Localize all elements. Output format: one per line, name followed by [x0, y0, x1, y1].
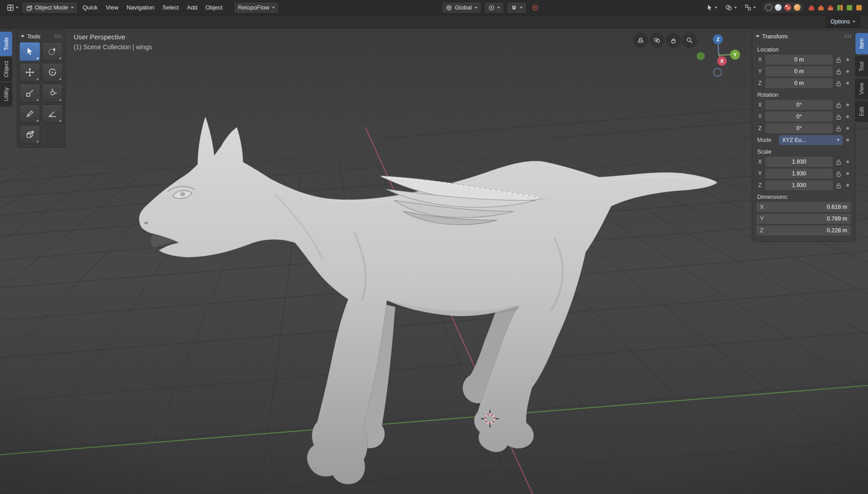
menu-navigation[interactable]: Navigation — [123, 0, 158, 15]
lock-icon[interactable] — [835, 171, 843, 177]
mode-dropdown[interactable]: Object Mode — [22, 2, 78, 14]
shading-material-icon[interactable] — [784, 4, 791, 11]
tab-edit[interactable]: Edit — [855, 101, 868, 122]
retopoflow-dropdown[interactable]: RetopoFlow — [234, 2, 278, 14]
blender-window: Object Mode Quick View Navigation Select… — [0, 0, 868, 494]
rotation-mode-dropdown[interactable]: XYZ Eu... — [779, 135, 843, 145]
tweak-select-icon — [25, 47, 35, 56]
lock-icon[interactable] — [835, 102, 843, 108]
scale-z-field[interactable]: 1.930 — [765, 180, 833, 190]
proportional-editing-button[interactable] — [529, 2, 541, 13]
dimensions-y-field[interactable]: Y 0.789 m — [756, 214, 851, 224]
decorator-dot[interactable] — [844, 184, 851, 187]
addon-icon-1[interactable] — [808, 4, 815, 11]
menu-select[interactable]: Select — [158, 0, 183, 15]
drag-grip-icon[interactable] — [54, 34, 61, 38]
decorator-dot[interactable] — [844, 82, 851, 85]
tab-object[interactable]: Object — [0, 57, 12, 81]
decorator-dot[interactable] — [844, 115, 851, 118]
ortho-toggle-button[interactable] — [633, 33, 648, 48]
tab-tools[interactable]: Tools — [0, 32, 12, 56]
transform-panel-title: Transform — [762, 33, 788, 40]
tool-select-circle-button[interactable] — [42, 42, 63, 61]
editor-type-button[interactable] — [5, 2, 21, 13]
pivot-dropdown[interactable] — [484, 2, 504, 14]
pan-view-button[interactable] — [665, 33, 681, 48]
camera-view-button[interactable] — [649, 33, 665, 48]
tab-item[interactable]: Item — [855, 33, 868, 54]
addon-icon-5[interactable] — [846, 4, 853, 11]
rotation-x-field[interactable]: 0° — [765, 100, 833, 110]
tools-panel-header[interactable]: Tools — [17, 31, 65, 42]
select-visibility-dropdown[interactable] — [704, 2, 720, 13]
camera-icon — [653, 36, 661, 44]
drag-grip-icon[interactable] — [844, 34, 851, 38]
axis-label: X — [756, 56, 764, 63]
dimensions-z-field[interactable]: Z 0.228 m — [756, 226, 851, 235]
options-dropdown[interactable]: Options — [826, 16, 860, 27]
dimensions-x-field[interactable]: X 0.618 m — [756, 202, 851, 212]
tool-rotate-button[interactable] — [42, 63, 63, 82]
decorator-dot[interactable] — [844, 104, 851, 106]
tab-utility[interactable]: Utility — [0, 82, 12, 107]
menu-quick[interactable]: Quick — [79, 0, 102, 15]
tool-annotate-button[interactable] — [19, 104, 40, 123]
decorator-dot[interactable] — [844, 160, 851, 163]
transform-panel-header[interactable]: Transform — [752, 31, 855, 42]
tool-move-button[interactable] — [19, 63, 40, 82]
decorator-dot[interactable] — [844, 139, 851, 141]
tab-tool[interactable]: Tool — [855, 56, 868, 77]
location-x-field[interactable]: 0 m — [765, 55, 833, 65]
addon-icon-6[interactable] — [855, 4, 863, 11]
menu-view[interactable]: View — [102, 0, 123, 15]
gizmos-dropdown[interactable] — [742, 2, 758, 13]
rotation-y-field[interactable]: 0° — [765, 112, 833, 122]
lock-icon[interactable] — [835, 183, 843, 188]
addon-icon-4[interactable] — [836, 4, 844, 11]
menu-object[interactable]: Object — [202, 0, 227, 15]
orientation-globe-icon — [446, 5, 452, 11]
tool-transform-button[interactable] — [42, 84, 63, 103]
scale-x-field[interactable]: 1.930 — [765, 157, 833, 167]
scale-y-field[interactable]: 1.930 — [765, 169, 833, 179]
menu-add[interactable]: Add — [183, 0, 201, 15]
lock-icon[interactable] — [835, 57, 843, 63]
tab-view[interactable]: View — [855, 78, 868, 99]
show-overlays-dropdown[interactable] — [723, 2, 739, 13]
lock-icon[interactable] — [835, 126, 843, 132]
decorator-dot[interactable] — [844, 172, 851, 175]
location-z-field[interactable]: 0 m — [765, 78, 833, 88]
chevron-down-icon — [71, 7, 74, 9]
lock-icon[interactable] — [835, 114, 843, 120]
snap-dropdown[interactable] — [507, 2, 527, 14]
decorator-dot[interactable] — [844, 70, 851, 73]
scale-z-row: Z 1.930 — [756, 180, 851, 190]
viewport-editor-icon — [7, 4, 14, 11]
tool-scale-button[interactable] — [19, 84, 40, 103]
location-y-field[interactable]: 0 m — [765, 66, 833, 76]
axis-label: Y — [756, 113, 764, 120]
navigation-gizmo[interactable]: Z Y X — [694, 28, 745, 79]
shading-solid-icon[interactable] — [775, 4, 782, 11]
shading-wireframe-icon[interactable] — [765, 4, 772, 11]
measure-icon — [47, 109, 57, 119]
select-circle-icon — [47, 47, 57, 56]
decorator-dot[interactable] — [844, 127, 851, 130]
object-mode-icon — [26, 5, 32, 11]
decorator-dot[interactable] — [844, 58, 851, 61]
addon-icon-2[interactable] — [817, 4, 825, 11]
orientation-dropdown[interactable]: Global — [442, 2, 481, 14]
lock-icon[interactable] — [835, 80, 843, 86]
gizmo-y-label: Y — [733, 52, 737, 57]
tool-tweak-select-button[interactable] — [19, 42, 40, 61]
addon-icon-3[interactable] — [827, 4, 834, 11]
lock-icon[interactable] — [835, 69, 843, 75]
lock-icon[interactable] — [835, 159, 843, 165]
tool-measure-button[interactable] — [42, 104, 63, 123]
gizmo-neg-z-handle[interactable] — [713, 68, 722, 76]
gizmo-neg-y-handle[interactable] — [697, 52, 705, 60]
axis-label: Z — [756, 182, 764, 188]
shading-rendered-icon[interactable] — [794, 4, 801, 11]
tool-add-cube-button[interactable] — [19, 125, 40, 144]
rotation-z-field[interactable]: 0° — [765, 123, 833, 133]
